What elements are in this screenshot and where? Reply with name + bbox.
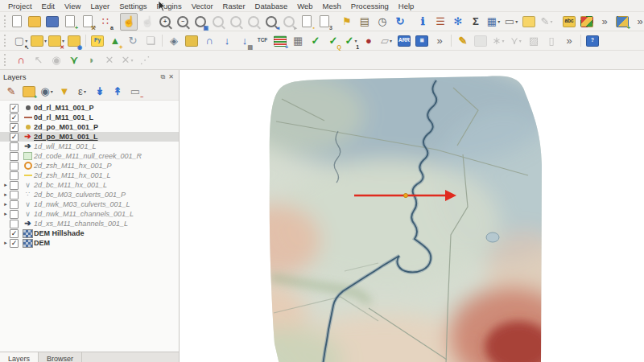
snapping-disabled-b-dropdown[interactable]: ▾ xyxy=(130,57,133,63)
expander-icon[interactable]: ▸ xyxy=(2,211,10,217)
layer-label[interactable]: 2d_bc_M11_hx_001_L xyxy=(34,181,107,189)
map-tips-button[interactable] xyxy=(521,14,537,30)
annotations-dropdown[interactable]: ▾ xyxy=(550,19,552,24)
menu-item-plugins[interactable]: Plugins xyxy=(151,1,186,11)
menu-item-database[interactable]: Database xyxy=(250,1,293,11)
filter-by-expression-dropdown[interactable]: ▾ xyxy=(84,88,86,94)
layer-visibility-checkbox[interactable] xyxy=(10,210,19,219)
menu-item-help[interactable]: Help xyxy=(394,1,419,11)
tuflow-culvert-tool-button[interactable]: ∩ xyxy=(201,33,217,49)
layer-visibility-checkbox[interactable] xyxy=(10,152,19,161)
ladybug-tool-button[interactable]: ● xyxy=(361,33,377,49)
deselect-features-button[interactable]: ✕▾ xyxy=(48,33,64,49)
menu-item-mesh[interactable]: Mesh xyxy=(318,1,346,11)
menu-item-layer[interactable]: Layer xyxy=(85,1,114,11)
layer-label[interactable]: DEM Hillshade xyxy=(34,229,85,237)
plugin-disabled-button[interactable]: ❏ xyxy=(142,33,159,49)
select-features-dropdown[interactable]: ▾ xyxy=(25,38,27,43)
refresh-map-button[interactable]: ↻ xyxy=(392,14,408,30)
import-tuflow-files-button[interactable]: ↓▤ xyxy=(237,33,253,49)
zoom-in-button[interactable]: + xyxy=(157,14,173,30)
layer-row-2d-code-m11-null-creek-001-r[interactable]: 2d_code_M11_null_creek_001_R xyxy=(0,151,179,161)
check-tuflow-button[interactable]: ✓ xyxy=(308,33,324,49)
layer-row-1d-nwk-m11-channels-001-l[interactable]: ▸∨1d_nwk_M11_channels_001_L xyxy=(0,209,179,219)
layer-label[interactable]: 0d_rl_M11_001_P xyxy=(34,104,94,112)
deselect-features-dropdown[interactable]: ▾ xyxy=(62,38,64,43)
layer-visibility-checkbox[interactable] xyxy=(10,171,19,180)
select-features-by-value-dropdown[interactable]: ▾ xyxy=(44,38,47,43)
layer-label[interactable]: 0d_rl_M11_001_L xyxy=(34,113,93,121)
layer-label[interactable]: 1d_xs_M11_channels_001_L xyxy=(34,220,128,228)
zoom-last-button[interactable]: ◂ xyxy=(263,14,279,30)
add-feature-button[interactable]: ∗▾ xyxy=(490,33,506,49)
layer-row-1d-wll-m11-001-l[interactable]: ➔1d_wll_M11_001_L xyxy=(0,142,179,151)
topological-editing-button[interactable]: ◉ xyxy=(48,52,64,68)
layer-visibility-checkbox[interactable]: ✓ xyxy=(10,239,19,248)
attribute-table-button[interactable]: ▦▾ xyxy=(485,14,502,30)
show-bookmarks-button[interactable]: ▤ xyxy=(357,14,373,30)
select-by-location-button[interactable]: ◉ xyxy=(66,33,82,49)
modify-attributes-button[interactable]: ▨ xyxy=(526,33,542,49)
toolbar-overflow-1-button[interactable]: » xyxy=(597,14,613,30)
filter-legend-button[interactable]: ▼ xyxy=(56,84,72,99)
menu-item-settings[interactable]: Settings xyxy=(114,1,151,11)
layer-label[interactable]: 2d_bc_M03_culverts_001_P xyxy=(34,191,126,199)
processing-toolbox-button[interactable]: ✻ xyxy=(450,14,466,30)
measure-dropdown[interactable]: ▾ xyxy=(515,19,518,24)
toolbar-handle[interactable] xyxy=(4,54,10,66)
layer-label[interactable]: 1d_nwk_M11_channels_001_L xyxy=(34,210,134,218)
snapping-disabled-b-button[interactable]: ✕▾ xyxy=(119,52,135,68)
enable-snapping-button[interactable]: ∩ xyxy=(13,52,29,68)
check-1-button[interactable]: ✓1▾ xyxy=(343,33,359,49)
layer-label[interactable]: DEM xyxy=(34,239,50,247)
bc-tables-tool-button[interactable]: ≣ xyxy=(414,33,430,49)
layer-visibility-checkbox[interactable] xyxy=(10,200,19,209)
menu-item-edit[interactable]: Edit xyxy=(37,1,60,11)
collapse-all-button[interactable]: ↟ xyxy=(109,84,126,99)
new-spatial-bookmark-button[interactable]: ⚑ xyxy=(339,14,355,30)
layer-row-0d-rl-m11-001-l[interactable]: ✓0d_rl_M11_001_L xyxy=(0,113,179,122)
layer-visibility-checkbox[interactable] xyxy=(10,220,19,228)
data-source-manager-button[interactable]: + xyxy=(614,14,630,30)
menu-item-raster[interactable]: Raster xyxy=(218,1,250,11)
add-group-button[interactable]: + xyxy=(21,84,37,99)
layer-label[interactable]: 1d_nwk_M03_culverts_001_L xyxy=(34,200,130,208)
tag-tool-button[interactable]: ▱▾ xyxy=(378,33,394,49)
layer-visibility-checkbox[interactable]: ✓ xyxy=(10,133,19,142)
expand-all-button[interactable]: ↡ xyxy=(92,84,108,99)
open-project-button[interactable] xyxy=(27,14,43,30)
zoom-next-button[interactable]: ▸ xyxy=(281,14,297,30)
delete-selected-button[interactable]: ▯ xyxy=(543,33,559,49)
temporal-controller-button[interactable]: ◷ xyxy=(374,14,390,30)
menu-item-vector[interactable]: Vector xyxy=(187,1,218,11)
decorations-button[interactable] xyxy=(579,14,595,30)
panel-tab-browser[interactable]: Browser xyxy=(39,352,82,362)
statistical-summary-button[interactable]: ☰ xyxy=(432,14,448,30)
menu-item-processing[interactable]: Processing xyxy=(346,1,394,11)
panel-undock-button[interactable]: ⧉ xyxy=(159,73,167,80)
layer-label[interactable]: 1d_wll_M11_001_L xyxy=(34,142,96,150)
layer-visibility-checkbox[interactable] xyxy=(10,162,19,171)
new-project-button[interactable] xyxy=(9,14,25,30)
panel-close-button[interactable]: ✕ xyxy=(167,73,175,80)
layer-visibility-checkbox[interactable]: ✓ xyxy=(10,113,19,122)
snapping-disabled-c-button[interactable]: ⋰ xyxy=(137,52,153,68)
pan-map-button[interactable]: ☝ xyxy=(120,13,138,31)
layer-row-2d-po-m01-001-p[interactable]: ✓2d_po_M01_001_P xyxy=(0,122,179,132)
select-features-button[interactable]: ▢↖▾ xyxy=(13,33,29,49)
save-edits-button[interactable] xyxy=(473,33,489,49)
project-properties-button[interactable]: ⚒ xyxy=(80,14,96,30)
layer-visibility-checkbox[interactable] xyxy=(10,142,19,151)
annotations-button[interactable]: ✎▾ xyxy=(539,14,555,30)
labeling-button[interactable]: abc xyxy=(561,14,577,30)
toolbar-handle[interactable] xyxy=(4,15,6,27)
enable-tracing-button[interactable]: ⋎ xyxy=(66,52,82,68)
zoom-to-selection-button[interactable] xyxy=(210,14,226,30)
layer-label[interactable]: 2d_zsh_M11_hx_001_L xyxy=(34,171,110,179)
tag-tool-dropdown[interactable]: ▾ xyxy=(390,38,392,43)
identify-features-button[interactable]: ℹ xyxy=(415,14,431,30)
show-sum-statistics-button[interactable]: Σ xyxy=(468,14,484,30)
vertex-tool-button[interactable]: ⋎▾ xyxy=(508,33,524,49)
filter-by-expression-button[interactable]: ε▾ xyxy=(74,84,90,99)
map-canvas[interactable] xyxy=(180,70,644,362)
